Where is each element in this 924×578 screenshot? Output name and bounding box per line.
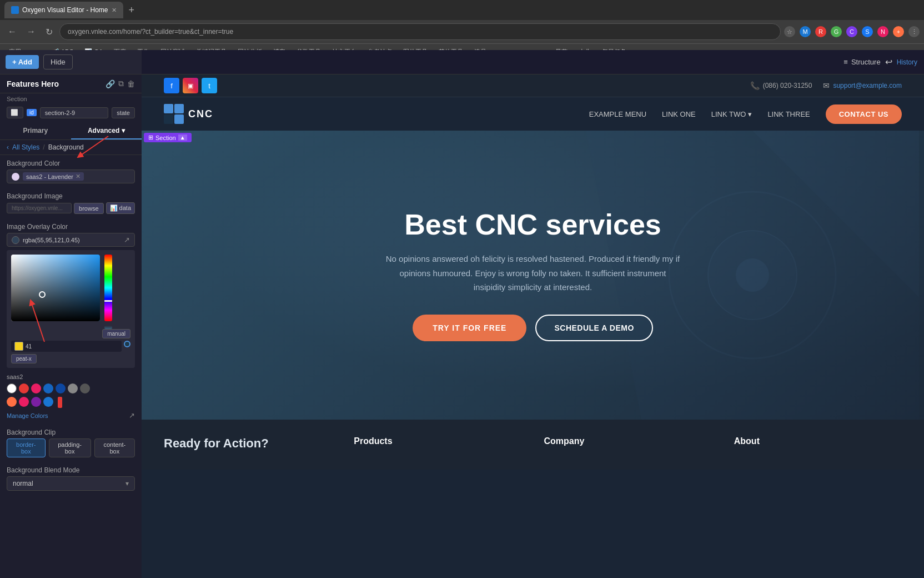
swatch-blue-dark[interactable] bbox=[56, 383, 66, 393]
data-button[interactable]: 📊 data bbox=[106, 202, 135, 214]
overlay-label: Image Overlay Color bbox=[0, 218, 142, 233]
opacity-slider-vertical[interactable] bbox=[104, 326, 112, 329]
peat-mode-btn[interactable]: peat-x bbox=[11, 354, 37, 363]
breadcrumb-back-icon[interactable]: ‹ bbox=[7, 143, 9, 151]
try-free-button[interactable]: TRY IT FOR FREE bbox=[413, 315, 526, 341]
swatch-pink[interactable] bbox=[31, 383, 41, 393]
color-tag-remove[interactable]: ✕ bbox=[76, 173, 81, 180]
swatch-white[interactable] bbox=[7, 383, 17, 393]
instagram-icon: ▣ bbox=[188, 82, 193, 89]
swatch-medium-blue[interactable] bbox=[43, 397, 53, 407]
tab-close-btn[interactable]: ✕ bbox=[112, 7, 117, 14]
state-button[interactable]: state bbox=[112, 107, 135, 118]
back-button[interactable]: ← bbox=[4, 24, 20, 39]
hue-slider-vertical[interactable] bbox=[104, 255, 112, 321]
swatch-pink2[interactable] bbox=[19, 397, 29, 407]
breadcrumb-all-styles[interactable]: All Styles bbox=[12, 143, 39, 151]
bookmark-icon[interactable]: ☆ bbox=[784, 26, 795, 37]
email-icon: ✉ bbox=[823, 81, 830, 90]
bg-color-input[interactable]: saas2 - Lavender ✕ bbox=[7, 170, 135, 183]
instagram-button[interactable]: ▣ bbox=[183, 78, 198, 93]
bottom-col-company: Company bbox=[544, 436, 712, 459]
section-tag-icon: ⊞ bbox=[148, 134, 153, 141]
nav-link-one[interactable]: LINK ONE bbox=[662, 110, 696, 118]
extension-icon5[interactable]: S bbox=[862, 26, 873, 37]
reload-button[interactable]: ↻ bbox=[42, 24, 56, 39]
nav-link-two-text: LINK TWO bbox=[711, 110, 746, 118]
color-picker-cursor[interactable] bbox=[39, 291, 46, 298]
nav-link-two[interactable]: LINK TWO ▾ bbox=[711, 110, 752, 118]
duplicate-icon[interactable]: ⧉ bbox=[118, 79, 124, 88]
extension-icon2[interactable]: R bbox=[815, 26, 826, 37]
tab-advanced[interactable]: Advanced ▾ bbox=[71, 123, 142, 139]
manage-colors-icon[interactable]: ↗ bbox=[129, 411, 135, 420]
structure-button[interactable]: ≡ Structure bbox=[843, 58, 880, 66]
facebook-icon: f bbox=[170, 82, 173, 90]
color-picker-gradient[interactable] bbox=[11, 255, 100, 321]
products-heading: Products bbox=[354, 436, 521, 446]
bg-image-label: Background Image bbox=[0, 188, 142, 202]
hex-input[interactable]: 41 bbox=[11, 341, 122, 352]
element-select[interactable]: ⬜ bbox=[7, 107, 23, 118]
image-url-input[interactable]: https://oxygen.vnle... bbox=[7, 203, 72, 213]
extension-icon4[interactable]: C bbox=[846, 26, 857, 37]
link-icon[interactable]: 🔗 bbox=[106, 79, 115, 88]
manage-colors-link[interactable]: Manage Colors bbox=[7, 412, 48, 419]
mode-manual-btn[interactable]: manual bbox=[102, 329, 130, 338]
address-bar[interactable]: oxygen.vnlee.com/home/?ct_builder=true&c… bbox=[59, 23, 781, 40]
facebook-button[interactable]: f bbox=[164, 78, 179, 93]
extension-icon6[interactable]: N bbox=[877, 26, 888, 37]
nav-link-three[interactable]: LINK THREE bbox=[767, 110, 810, 118]
color-tag: saas2 - Lavender ✕ bbox=[23, 172, 84, 181]
nav-example-menu[interactable]: EXAMPLE MENU bbox=[589, 110, 646, 118]
color-thumb[interactable] bbox=[124, 341, 130, 347]
clip-border-box[interactable]: border-box bbox=[7, 439, 46, 457]
id-value[interactable]: section-2-9 bbox=[40, 107, 108, 118]
overlay-color-row[interactable]: rgba(55,95,121,0.45) ↗ bbox=[7, 233, 135, 247]
schedule-demo-button[interactable]: SCHEDULE A DEMO bbox=[535, 315, 652, 341]
browse-button[interactable]: browse bbox=[74, 203, 103, 214]
extension-icon3[interactable]: G bbox=[831, 26, 842, 37]
forward-button[interactable]: → bbox=[23, 24, 39, 39]
swatch-dk-gray[interactable] bbox=[80, 383, 90, 393]
blend-select[interactable]: normal ▾ bbox=[7, 476, 135, 491]
bottom-col-about: About bbox=[734, 436, 902, 459]
swatch-blue-light[interactable] bbox=[43, 383, 53, 393]
clip-content-box[interactable]: content-box bbox=[94, 439, 135, 457]
active-tab[interactable]: Oxygen Visual Editor - Home ✕ bbox=[4, 2, 123, 18]
swatch-row-2 bbox=[0, 396, 142, 409]
history-link[interactable]: History bbox=[897, 58, 917, 66]
logo-area: CNC bbox=[164, 104, 213, 124]
hide-button[interactable]: Hide bbox=[43, 54, 73, 69]
overlay-edit-icon[interactable]: ↗ bbox=[124, 236, 130, 244]
hex-number: 41 bbox=[26, 343, 32, 350]
section-tag-up[interactable]: ▲ bbox=[178, 134, 187, 141]
tab-primary[interactable]: Primary bbox=[0, 123, 71, 139]
twitter-button[interactable]: t bbox=[202, 78, 217, 93]
blend-arrow-icon: ▾ bbox=[125, 480, 129, 487]
color-indicator bbox=[58, 397, 62, 408]
swatch-gray[interactable] bbox=[68, 383, 78, 393]
logo-text: CNC bbox=[188, 108, 213, 120]
extension-icon1[interactable]: M bbox=[800, 26, 811, 37]
contact-cta-button[interactable]: CONTACT US bbox=[826, 104, 902, 124]
new-tab-button[interactable]: + bbox=[125, 3, 138, 17]
undo-button[interactable]: ↩ bbox=[885, 57, 892, 67]
extension-icon7[interactable]: + bbox=[893, 26, 904, 37]
logo-cell-3 bbox=[164, 114, 173, 124]
id-row: ⬜ id section-2-9 state bbox=[0, 104, 142, 123]
swatch-purple[interactable] bbox=[31, 397, 41, 407]
logo-cell-1 bbox=[164, 104, 173, 113]
swatch-orange[interactable] bbox=[7, 397, 17, 407]
tab-title: Oxygen Visual Editor - Home bbox=[22, 6, 108, 14]
clip-label: Background Clip bbox=[0, 424, 142, 439]
nav-link-two-arrow: ▾ bbox=[748, 110, 752, 118]
clip-padding-box[interactable]: padding-box bbox=[49, 439, 91, 457]
swatch-row-1 bbox=[0, 381, 142, 396]
settings-icon[interactable]: ⋮ bbox=[908, 26, 920, 37]
add-button[interactable]: + Add bbox=[6, 55, 39, 69]
swatch-red[interactable] bbox=[19, 383, 29, 393]
delete-icon[interactable]: 🗑 bbox=[127, 79, 135, 88]
logo-cell-2 bbox=[174, 104, 184, 113]
section-tag[interactable]: ⊞ Section ▲ bbox=[144, 133, 192, 142]
